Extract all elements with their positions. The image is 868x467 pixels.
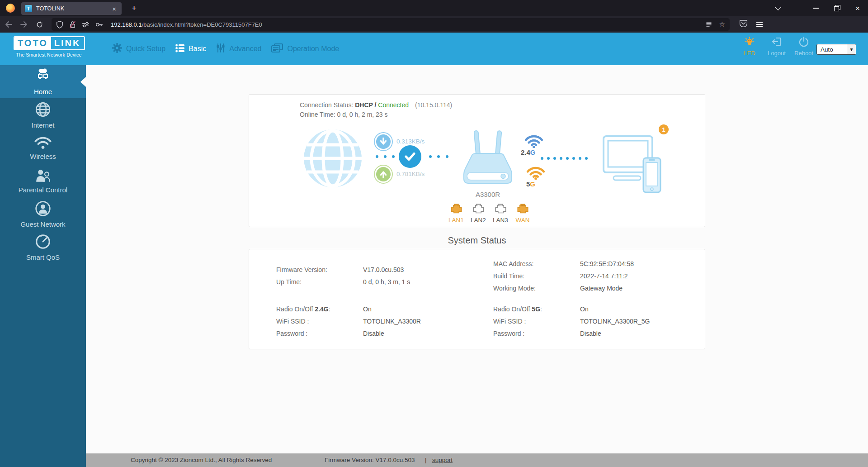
client-count-badge: 1	[659, 124, 669, 134]
sliders-icon	[216, 43, 225, 55]
wifi-5g-icon	[526, 165, 546, 181]
ports-row: LAN1 LAN2 LAN3	[447, 203, 532, 224]
sidebar-item-smart-qos[interactable]: Smart QoS	[0, 230, 86, 263]
led-lamp-icon	[744, 36, 755, 48]
guest-user-icon	[34, 200, 52, 219]
build-time-row: Build Time:2022-7-14 7:11:2	[493, 270, 634, 282]
site-header: TOTO LINK The Smartest Network Device Qu…	[0, 33, 868, 65]
reload-button[interactable]	[33, 18, 46, 31]
port-lan2: LAN2	[469, 203, 487, 224]
router-icon	[462, 127, 514, 191]
port-lan1: LAN1	[447, 203, 465, 224]
language-select[interactable]: Auto ▼	[816, 44, 856, 55]
sidebar-item-home[interactable]: Home	[0, 65, 86, 98]
firefox-icon[interactable]	[6, 4, 15, 13]
browser-toolbar: 192.168.0.1/basic/index.html?token=DE0C7…	[0, 16, 868, 33]
tab-title: TOTOLINK	[36, 5, 110, 12]
list-tabs-chevron-icon[interactable]	[767, 0, 788, 16]
mac-address-row: MAC Address:5C:92:5E:D7:04:58	[493, 257, 634, 270]
pocket-icon[interactable]	[740, 20, 747, 29]
bookmark-star-icon[interactable]: ☆	[719, 20, 725, 29]
nav-quick-setup[interactable]: Quick Setup	[112, 43, 165, 55]
footer-separator: |	[425, 457, 427, 463]
download-icon	[374, 132, 393, 151]
system-status-panel: Firmware Version:V17.0.0cu.503 Up Time:0…	[249, 249, 705, 349]
nav-basic[interactable]: Basic	[175, 44, 206, 54]
wan-connected-check-icon	[399, 145, 421, 168]
select-chevron-icon: ▼	[847, 44, 856, 54]
password-5g-row: Password :Disable	[493, 327, 650, 339]
ethernet-port-icon	[495, 203, 507, 216]
system-status-left-group1: Firmware Version:V17.0.0cu.503 Up Time:0…	[276, 263, 410, 288]
wifi-2g-icon	[524, 133, 544, 150]
permissions-icon[interactable]	[82, 22, 90, 28]
globe-icon	[34, 101, 52, 119]
led-button[interactable]: LED	[739, 36, 760, 57]
list-icon	[175, 44, 184, 54]
sidebar-item-wireless[interactable]: Wireless	[0, 131, 86, 164]
band-2g-label: 2.4G	[521, 148, 536, 156]
back-button[interactable]	[2, 18, 15, 31]
client-devices-icon	[602, 134, 665, 197]
main-nav: Quick Setup Basic Advanced Operation Mod…	[112, 33, 339, 65]
ssid-24g-row: WiFi SSID :TOTOLINK_A3300R	[276, 315, 421, 327]
password-24g-row: Password :Disable	[276, 327, 421, 339]
download-speed: 0.313KB/s	[396, 138, 425, 145]
forward-button[interactable]	[17, 18, 31, 31]
windows-icon	[271, 43, 283, 54]
connection-state: Connected	[378, 101, 409, 109]
working-mode-row: Working Mode:Gateway Mode	[493, 282, 634, 294]
sidebar-item-guest-network[interactable]: Guest Network	[0, 197, 86, 230]
power-icon	[798, 36, 809, 48]
url-bar[interactable]: 192.168.0.1/basic/index.html?token=DE0C7…	[52, 18, 730, 31]
ethernet-port-icon	[517, 203, 529, 216]
status-panel: Connection Status: DHCP / Connected(10.1…	[249, 94, 705, 227]
logout-button[interactable]: Logout	[766, 36, 788, 57]
firmware-version-row: Firmware Version:V17.0.0cu.503	[276, 263, 410, 276]
sidebar-item-parental-control[interactable]: Parental Control	[0, 164, 86, 197]
page-footer: Copyright © 2023 Zioncom Ltd., All Right…	[86, 453, 868, 467]
totolink-admin-page: T TOTOLINK × + ×	[0, 0, 868, 467]
reboot-button[interactable]: Reboot	[793, 36, 815, 57]
support-link[interactable]: support	[432, 457, 453, 463]
toolbar-extensions-area	[740, 20, 763, 29]
reader-mode-icon[interactable]	[706, 21, 712, 28]
minimize-button[interactable]	[806, 0, 826, 16]
port-lan3: LAN3	[491, 203, 509, 224]
gear-icon	[112, 43, 122, 55]
online-time: Online Time: 0 d, 0 h, 2 m, 23 s	[300, 110, 452, 119]
internet-globe-icon	[302, 128, 363, 191]
radio-5g-row: Radio On/Off 5G: On	[493, 303, 650, 315]
port-wan: WAN	[514, 203, 532, 224]
nav-operation-mode[interactable]: Operation Mode	[271, 43, 339, 54]
sidebar-item-internet[interactable]: Internet	[0, 98, 86, 131]
close-button[interactable]: ×	[847, 0, 868, 16]
speedometer-icon	[34, 233, 52, 252]
logout-icon	[771, 36, 782, 48]
browser-tab[interactable]: T TOTOLINK ×	[21, 2, 122, 15]
url-text[interactable]: 192.168.0.1/basic/index.html?token=DE0C7…	[111, 21, 706, 28]
up-time-row: Up Time:0 d, 0 h, 3 m, 1 s	[276, 276, 410, 288]
ethernet-port-icon	[450, 203, 462, 216]
upload-speed: 0.781KB/s	[396, 171, 425, 177]
tab-close-icon[interactable]: ×	[110, 5, 118, 13]
new-tab-button[interactable]: +	[128, 3, 140, 13]
connection-ip: (10.15.0.114)	[415, 101, 452, 109]
parents-icon	[34, 168, 52, 184]
upload-icon	[374, 165, 393, 184]
router-model-label: A3300R	[462, 191, 514, 198]
insecure-lock-icon[interactable]	[69, 21, 76, 29]
restore-button[interactable]	[826, 0, 847, 16]
connection-status-line: Connection Status: DHCP / Connected(10.1…	[300, 100, 452, 110]
totolink-logo: TOTO LINK The Smartest Network Device	[14, 36, 86, 57]
tracking-shield-icon[interactable]	[56, 21, 63, 29]
header-actions: LED Logout Reboot	[739, 36, 815, 57]
nav-advanced[interactable]: Advanced	[216, 43, 261, 55]
site-favicon: T	[25, 5, 32, 12]
menu-hamburger-icon[interactable]	[756, 22, 763, 27]
wifi-24g-group: Radio On/Off 2.4G: On WiFi SSID :TOTOLIN…	[276, 303, 421, 339]
system-status-title: System Status	[249, 235, 705, 246]
copyright-text: Copyright © 2023 Zioncom Ltd., All Right…	[131, 457, 272, 463]
ssid-5g-row: WiFi SSID :TOTOLINK_A3300R_5G	[493, 315, 650, 327]
key-icon[interactable]	[95, 22, 103, 27]
